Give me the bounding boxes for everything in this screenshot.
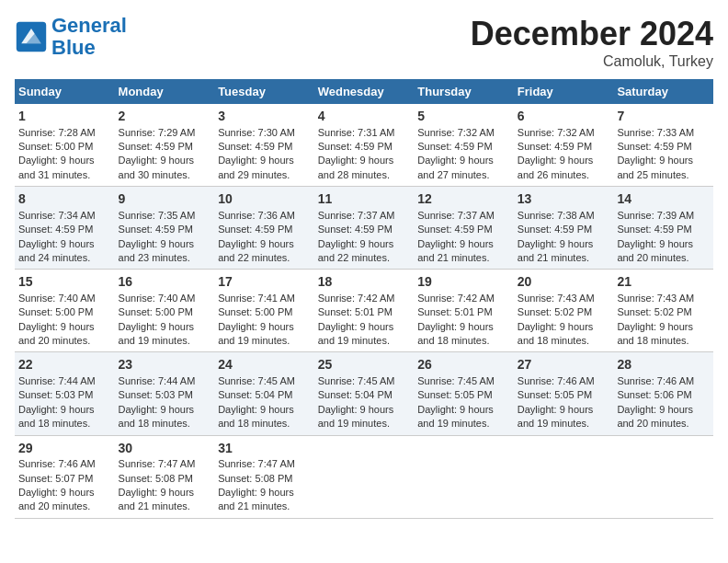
- daylight-label: Daylight: 9 hours and 18 minutes.: [18, 404, 95, 429]
- sunrise-label: Sunrise: 7:37 AM: [318, 210, 395, 221]
- calendar-cell: 20 Sunrise: 7:43 AM Sunset: 5:02 PM Dayl…: [514, 270, 614, 352]
- daylight-label: Daylight: 9 hours and 18 minutes.: [218, 404, 294, 429]
- day-number: 6: [518, 108, 610, 126]
- calendar-header-row: Sunday Monday Tuesday Wednesday Thursday…: [15, 79, 713, 104]
- sunrise-label: Sunrise: 7:44 AM: [18, 375, 96, 386]
- day-number: 26: [417, 356, 510, 374]
- daylight-label: Daylight: 9 hours and 25 minutes.: [617, 155, 693, 179]
- day-number: 20: [518, 273, 610, 292]
- calendar-cell: 31 Sunrise: 7:47 AM Sunset: 5:08 PM Dayl…: [214, 435, 314, 518]
- header-sunday: Sunday: [15, 79, 115, 104]
- sunrise-label: Sunrise: 7:39 AM: [617, 210, 694, 221]
- calendar-cell: [514, 435, 614, 518]
- calendar-cell: [613, 435, 713, 518]
- day-number: 29: [18, 440, 111, 458]
- sunrise-label: Sunrise: 7:47 AM: [218, 458, 295, 469]
- sunrise-label: Sunrise: 7:31 AM: [318, 127, 395, 138]
- day-number: 22: [18, 356, 111, 374]
- calendar-body: 1 Sunrise: 7:28 AM Sunset: 5:00 PM Dayli…: [15, 104, 713, 518]
- sunrise-label: Sunrise: 7:40 AM: [119, 293, 196, 304]
- sunset-label: Sunset: 4:59 PM: [417, 141, 492, 152]
- daylight-label: Daylight: 9 hours and 22 minutes.: [318, 238, 394, 263]
- sunset-label: Sunset: 5:00 PM: [18, 306, 93, 317]
- calendar-week-row: 15 Sunrise: 7:40 AM Sunset: 5:00 PM Dayl…: [15, 270, 713, 352]
- header-tuesday: Tuesday: [214, 79, 314, 104]
- calendar-cell: 3 Sunrise: 7:30 AM Sunset: 4:59 PM Dayli…: [214, 104, 314, 187]
- calendar-week-row: 29 Sunrise: 7:46 AM Sunset: 5:07 PM Dayl…: [15, 435, 713, 518]
- sunset-label: Sunset: 5:07 PM: [18, 473, 93, 484]
- day-number: 19: [417, 273, 510, 292]
- header-saturday: Saturday: [613, 79, 713, 104]
- daylight-label: Daylight: 9 hours and 20 minutes.: [617, 404, 693, 429]
- calendar-cell: 9 Sunrise: 7:35 AM Sunset: 4:59 PM Dayli…: [115, 187, 215, 270]
- daylight-label: Daylight: 9 hours and 21 minutes.: [518, 238, 594, 263]
- day-number: 4: [318, 108, 411, 126]
- sunset-label: Sunset: 4:59 PM: [119, 141, 193, 152]
- sunrise-label: Sunrise: 7:43 AM: [518, 293, 595, 304]
- day-number: 12: [417, 190, 510, 209]
- day-number: 30: [119, 440, 211, 458]
- calendar-week-row: 22 Sunrise: 7:44 AM Sunset: 5:03 PM Dayl…: [15, 352, 713, 435]
- calendar-cell: 15 Sunrise: 7:40 AM Sunset: 5:00 PM Dayl…: [15, 270, 115, 352]
- sunset-label: Sunset: 5:00 PM: [119, 306, 193, 317]
- daylight-label: Daylight: 9 hours and 29 minutes.: [218, 155, 294, 179]
- daylight-label: Daylight: 9 hours and 20 minutes.: [617, 238, 693, 263]
- day-number: 25: [318, 356, 411, 374]
- sunrise-label: Sunrise: 7:45 AM: [318, 375, 395, 386]
- calendar-cell: 22 Sunrise: 7:44 AM Sunset: 5:03 PM Dayl…: [15, 352, 115, 435]
- sunset-label: Sunset: 5:03 PM: [119, 389, 193, 400]
- day-number: 11: [318, 190, 411, 209]
- daylight-label: Daylight: 9 hours and 28 minutes.: [318, 155, 394, 179]
- sunset-label: Sunset: 4:59 PM: [18, 224, 93, 235]
- sunset-label: Sunset: 5:01 PM: [318, 306, 392, 317]
- title-area: December 2024 Camoluk, Turkey: [471, 15, 713, 70]
- sunset-label: Sunset: 5:05 PM: [417, 389, 492, 400]
- sunrise-label: Sunrise: 7:46 AM: [18, 458, 96, 469]
- day-number: 31: [218, 440, 311, 458]
- sunset-label: Sunset: 5:04 PM: [318, 389, 392, 400]
- sunrise-label: Sunrise: 7:30 AM: [218, 127, 295, 138]
- sunset-label: Sunset: 4:59 PM: [119, 224, 193, 235]
- calendar-cell: 10 Sunrise: 7:36 AM Sunset: 4:59 PM Dayl…: [214, 187, 314, 270]
- day-number: 8: [18, 190, 111, 209]
- header-wednesday: Wednesday: [314, 79, 415, 104]
- daylight-label: Daylight: 9 hours and 22 minutes.: [218, 238, 294, 263]
- calendar-cell: 28 Sunrise: 7:46 AM Sunset: 5:06 PM Dayl…: [613, 352, 713, 435]
- daylight-label: Daylight: 9 hours and 18 minutes.: [119, 404, 195, 429]
- calendar-cell: 7 Sunrise: 7:33 AM Sunset: 4:59 PM Dayli…: [613, 104, 713, 187]
- header-thursday: Thursday: [414, 79, 514, 104]
- sunset-label: Sunset: 5:06 PM: [617, 389, 691, 400]
- sunset-label: Sunset: 5:08 PM: [119, 473, 193, 484]
- day-number: 14: [617, 190, 710, 209]
- daylight-label: Daylight: 9 hours and 19 minutes.: [318, 404, 394, 429]
- calendar-cell: 4 Sunrise: 7:31 AM Sunset: 4:59 PM Dayli…: [314, 104, 415, 187]
- day-number: 2: [119, 108, 211, 126]
- calendar-cell: 13 Sunrise: 7:38 AM Sunset: 4:59 PM Dayl…: [514, 187, 614, 270]
- calendar-cell: 21 Sunrise: 7:43 AM Sunset: 5:02 PM Dayl…: [613, 270, 713, 352]
- day-number: 9: [119, 190, 211, 209]
- calendar-cell: 8 Sunrise: 7:34 AM Sunset: 4:59 PM Dayli…: [15, 187, 115, 270]
- calendar-cell: [314, 435, 415, 518]
- sunrise-label: Sunrise: 7:44 AM: [119, 375, 196, 386]
- calendar-cell: 27 Sunrise: 7:46 AM Sunset: 5:05 PM Dayl…: [514, 352, 614, 435]
- daylight-label: Daylight: 9 hours and 27 minutes.: [417, 155, 494, 179]
- sunrise-label: Sunrise: 7:47 AM: [119, 458, 196, 469]
- day-number: 16: [119, 273, 211, 292]
- sunrise-label: Sunrise: 7:28 AM: [18, 127, 96, 138]
- calendar-week-row: 1 Sunrise: 7:28 AM Sunset: 5:00 PM Dayli…: [15, 104, 713, 187]
- day-number: 3: [218, 108, 311, 126]
- sunset-label: Sunset: 4:59 PM: [218, 224, 292, 235]
- calendar-cell: 29 Sunrise: 7:46 AM Sunset: 5:07 PM Dayl…: [15, 435, 115, 518]
- month-title: December 2024: [471, 15, 713, 53]
- sunrise-label: Sunrise: 7:32 AM: [417, 127, 495, 138]
- daylight-label: Daylight: 9 hours and 24 minutes.: [18, 238, 95, 263]
- daylight-label: Daylight: 9 hours and 19 minutes.: [119, 321, 195, 346]
- daylight-label: Daylight: 9 hours and 18 minutes.: [417, 321, 494, 346]
- calendar-cell: 26 Sunrise: 7:45 AM Sunset: 5:05 PM Dayl…: [414, 352, 514, 435]
- sunrise-label: Sunrise: 7:42 AM: [417, 293, 495, 304]
- sunset-label: Sunset: 5:02 PM: [617, 306, 691, 317]
- sunset-label: Sunset: 4:59 PM: [318, 224, 392, 235]
- sunrise-label: Sunrise: 7:45 AM: [417, 375, 495, 386]
- day-number: 27: [518, 356, 610, 374]
- sunrise-label: Sunrise: 7:35 AM: [119, 210, 196, 221]
